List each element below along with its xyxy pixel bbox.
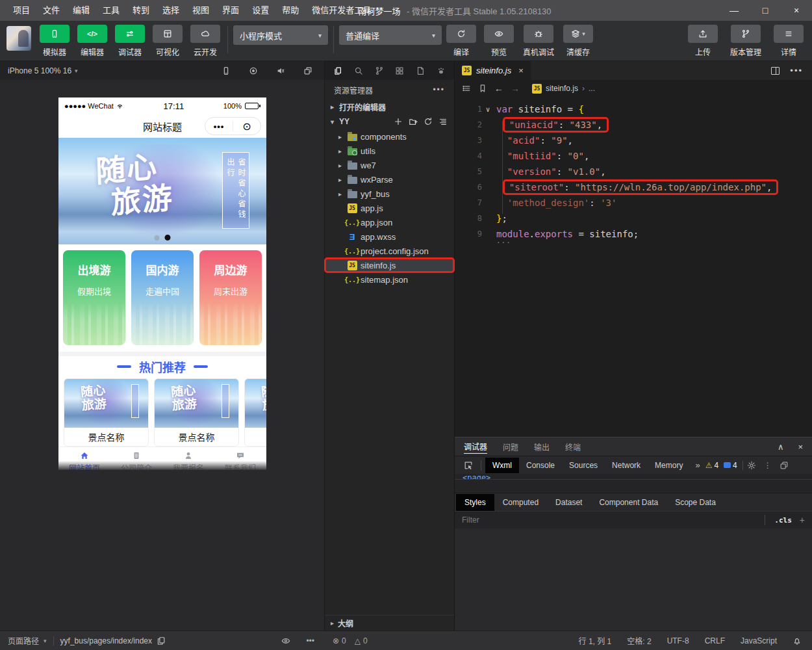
record-icon[interactable] [249,66,258,75]
preview-page-eye-icon[interactable] [281,636,290,645]
editor-more-icon[interactable]: ••• [790,66,803,75]
version-control-button[interactable]: 版本管理 [726,25,765,57]
open-editors-section[interactable]: ▸ 打开的编辑器 [325,99,454,114]
phone-tab-chat[interactable]: 联系我们 [214,447,266,470]
plugin-paw-icon[interactable] [437,66,446,75]
styles-tab-3[interactable]: Component Data [590,494,666,511]
breadcrumb-item[interactable]: JS siteinfo.js › ... [532,84,595,94]
fold-chevron-icon[interactable]: ∨ [482,105,494,114]
collapse-panel-icon[interactable]: ∧ [778,442,784,452]
visualize-button[interactable]: 可视化 [151,25,184,57]
cloud-dev-button[interactable]: 云开发 [188,25,222,57]
close-tab-icon[interactable]: × [518,66,524,75]
tree-item-app.js[interactable]: JSapp.js [325,201,454,215]
preview-button[interactable]: 预览 [482,25,516,57]
detach-window-icon[interactable] [303,66,312,75]
outline-section[interactable]: ▸ 大纲 [325,615,454,630]
tree-item-app.json[interactable]: {..}app.json [325,215,454,229]
devtools-panel-Memory[interactable]: Memory [648,458,690,473]
category-card-2[interactable]: 周边游周末出游 [199,250,262,345]
split-editor-icon[interactable] [771,67,780,75]
menu-item[interactable]: 视图 [186,0,216,21]
devtools-panel-Network[interactable]: Network [605,458,648,473]
category-card-1[interactable]: 国内游走遍中国 [131,250,194,345]
bookmark-icon[interactable] [478,84,487,93]
menu-item[interactable]: 项目 [6,0,36,21]
editor-tab-siteinfo[interactable]: JS siteinfo.js × [455,61,531,80]
language-mode[interactable]: JavaScript [741,636,777,645]
debugger-tab-0[interactable]: 调试器 [464,439,487,454]
tree-item-wxParse[interactable]: ▸wxParse [325,172,454,187]
device-debug-button[interactable]: 真机调试 [520,25,557,57]
tree-item-app.wxss[interactable]: Ǝapp.wxss [325,229,454,244]
search-icon[interactable] [354,66,363,75]
menu-item[interactable]: 选择 [156,0,186,21]
menu-item[interactable]: 帮助 [275,0,305,21]
debugger-tab-1[interactable]: 问题 [503,440,518,454]
devtools-settings-icon[interactable] [747,461,756,470]
styles-tab-1[interactable]: Computed [494,494,547,511]
clear-cache-button[interactable]: ▾ 清缓存 [561,25,595,57]
mute-icon[interactable] [276,66,285,75]
debugger-tab-3[interactable]: 终端 [565,440,581,454]
devtools-panel-Wxml[interactable]: Wxml [485,458,519,473]
devtools-panel-Sources[interactable]: Sources [562,458,605,473]
nav-forward-icon[interactable]: → [511,83,520,94]
files-icon[interactable] [333,66,342,75]
banner-carousel[interactable]: 随心 旅游 省时省心省钱出行 [58,138,266,244]
close-button[interactable]: × [781,0,812,21]
maximize-button[interactable]: □ [750,0,781,21]
tree-item-project.config.json[interactable]: {..}project.config.json [325,244,454,258]
new-file-icon[interactable] [394,117,403,126]
explorer-more-icon[interactable]: ••• [433,85,445,94]
menu-item[interactable]: 微信开发者工具 [305,0,377,21]
compile-button[interactable]: 编译 [444,25,478,57]
tree-item-yyf_bus[interactable]: ▸yyf_bus [325,187,454,201]
tree-item-we7[interactable]: ▸we7 [325,158,454,172]
new-folder-icon[interactable] [409,117,418,126]
collapse-all-icon[interactable] [438,117,448,126]
phone-tab-person[interactable]: 我要报名 [162,447,214,470]
debugger-tab-2[interactable]: 输出 [534,440,550,454]
recommendation-card[interactable]: 随心旅游景点名称 [244,378,266,447]
inspect-element-icon[interactable] [464,461,473,470]
rotate-device-icon[interactable] [222,66,231,75]
minimize-button[interactable]: — [718,0,750,21]
eol-setting[interactable]: CRLF [705,636,725,645]
menu-item[interactable]: 文件 [36,0,66,21]
styles-tab-2[interactable]: Dataset [547,494,590,511]
mode-select[interactable]: 小程序模式 ▾ [233,25,328,45]
details-button[interactable]: 详情 [772,25,806,57]
project-root-yy[interactable]: ▾ YY [325,114,454,129]
upload-button[interactable]: 上传 [686,25,720,57]
dock-side-icon[interactable] [780,461,789,470]
tree-item-components[interactable]: ▸components [325,129,454,144]
editor-toggle-button[interactable]: </> 编辑器 [75,25,109,57]
encoding-setting[interactable]: UTF-8 [667,636,689,645]
source-control-icon[interactable] [375,66,384,75]
device-selector[interactable]: iPhone 5 100% 16 [8,66,71,75]
close-miniprogram-icon[interactable]: ⊙ [233,120,260,133]
styles-filter-input[interactable] [462,515,761,525]
nav-back-icon[interactable]: ← [494,83,503,94]
copy-path-icon[interactable] [157,636,166,645]
styles-tab-4[interactable]: Scope Data [666,494,724,511]
debugger-toggle-button[interactable]: 调试器 [113,25,147,57]
styles-tab-0[interactable]: Styles [456,494,494,511]
message-badge[interactable]: 4 [724,461,737,470]
notifications-bell-icon[interactable] [793,636,802,645]
wxml-element-tree[interactable]: <page> [455,474,812,479]
menu-item[interactable]: 工具 [96,0,126,21]
statusbar-more-icon[interactable]: ••• [306,636,314,645]
outline-list-icon[interactable] [462,84,471,93]
tree-item-utils[interactable]: ▸utils [325,144,454,158]
menu-item[interactable]: 编辑 [66,0,96,21]
compile-mode-select[interactable]: 普通编译 ▾ [339,25,442,45]
devtools-panel-Console[interactable]: Console [519,458,562,473]
more-menu-icon[interactable]: ••• [205,122,233,131]
phone-tab-doc[interactable]: 公司简介 [110,447,162,470]
simulator-toggle-button[interactable]: 模拟器 [38,25,71,57]
statusbar-problems[interactable]: ⊗0 △0 [325,636,455,645]
extensions-icon[interactable] [395,66,404,75]
category-card-0[interactable]: 出境游假期出境 [63,250,125,345]
